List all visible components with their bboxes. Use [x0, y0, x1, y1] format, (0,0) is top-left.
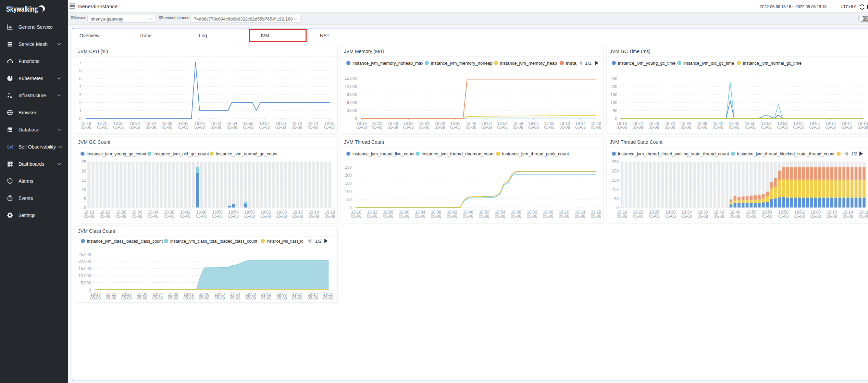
svg-text:05-08: 05-08 — [431, 214, 442, 219]
svg-text:05-08: 05-08 — [137, 296, 147, 301]
svg-text:05-08: 05-08 — [730, 214, 740, 219]
svg-text:05-08: 05-08 — [617, 214, 628, 219]
svg-text:05-08: 05-08 — [859, 214, 868, 219]
svg-text:05-08: 05-08 — [324, 125, 335, 130]
svg-text:0: 0 — [84, 205, 86, 210]
svg-text:1/2: 1/2 — [851, 151, 857, 156]
svg-text:3: 3 — [79, 92, 82, 97]
svg-text:instance_jvm_class_loaded_clas: instance_jvm_class_loaded_class_count — [87, 239, 163, 244]
svg-text:$Service: $Service — [71, 15, 86, 20]
svg-text:0: 0 — [349, 205, 352, 210]
svg-text:05-08: 05-08 — [543, 214, 554, 219]
svg-text:150: 150 — [610, 92, 617, 97]
svg-text:instance_jvm_class_to: instance_jvm_class_to — [267, 239, 303, 244]
svg-text:100: 100 — [345, 189, 352, 194]
svg-text:05-08: 05-08 — [560, 125, 570, 130]
svg-text:instance_jvm_old_gc_time: instance_jvm_old_gc_time — [683, 61, 734, 66]
svg-text:05-08: 05-08 — [559, 214, 569, 219]
svg-text:05-08: 05-08 — [527, 214, 537, 219]
svg-text:05-08: 05-08 — [367, 214, 377, 219]
svg-text:05-08: 05-08 — [681, 125, 691, 130]
svg-text:50: 50 — [614, 196, 619, 201]
svg-text:05-08: 05-08 — [383, 214, 394, 219]
svg-text:05-08: 05-08 — [810, 214, 821, 219]
svg-text:instance_jvm_thread_peak_count: instance_jvm_thread_peak_count — [502, 151, 569, 156]
svg-text:05-08: 05-08 — [244, 214, 255, 219]
svg-text:15,000: 15,000 — [345, 76, 357, 81]
svg-text:05-08: 05-08 — [697, 214, 708, 219]
svg-text:05-08: 05-08 — [713, 125, 723, 130]
svg-text:05-08: 05-08 — [276, 214, 287, 219]
svg-text:5: 5 — [79, 76, 82, 81]
svg-text:25: 25 — [82, 159, 86, 164]
svg-text:05-08: 05-08 — [447, 214, 458, 219]
svg-text:9,000: 9,000 — [347, 92, 357, 97]
svg-text:05-08: 05-08 — [275, 125, 286, 130]
svg-text:0: 0 — [79, 116, 82, 121]
svg-text:05-08: 05-08 — [497, 125, 508, 130]
svg-text:5,000: 5,000 — [81, 281, 91, 285]
svg-text:05-08: 05-08 — [825, 125, 836, 130]
svg-text:150: 150 — [345, 181, 352, 186]
svg-text:05-08: 05-08 — [81, 125, 91, 130]
svg-text:05-08: 05-08 — [665, 214, 676, 219]
svg-text:7: 7 — [79, 60, 82, 65]
svg-text:05-08: 05-08 — [132, 214, 142, 219]
svg-text:05-08: 05-08 — [309, 214, 319, 219]
svg-text:Skywalking: Skywalking — [6, 5, 38, 13]
svg-text:15,000: 15,000 — [78, 266, 91, 271]
svg-text:05-08: 05-08 — [827, 214, 837, 219]
svg-text:05-08: 05-08 — [403, 125, 414, 130]
svg-text:0: 0 — [615, 116, 617, 121]
svg-text:250: 250 — [610, 76, 617, 81]
svg-text:20,000: 20,000 — [78, 259, 91, 264]
svg-text:15: 15 — [82, 178, 86, 183]
svg-text:05-08: 05-08 — [778, 214, 789, 219]
svg-text:05-08: 05-08 — [260, 214, 271, 219]
svg-text:05-08: 05-08 — [211, 125, 221, 130]
svg-text:05-08: 05-08 — [168, 296, 178, 301]
svg-text:05-08: 05-08 — [84, 214, 94, 219]
svg-text:05-08: 05-08 — [665, 125, 675, 130]
svg-text:05-08: 05-08 — [372, 125, 383, 130]
svg-text:2: 2 — [79, 100, 82, 105]
svg-text:05-08: 05-08 — [245, 296, 256, 301]
svg-text:05-08: 05-08 — [434, 125, 445, 130]
svg-text:150: 150 — [612, 178, 619, 183]
svg-text:05-08: 05-08 — [196, 214, 207, 219]
svg-text:05-08: 05-08 — [325, 214, 335, 219]
svg-text:0: 0 — [617, 205, 619, 210]
svg-text:05-08: 05-08 — [152, 296, 163, 301]
svg-text:05-08: 05-08 — [463, 214, 473, 219]
svg-text:05-08: 05-08 — [146, 125, 156, 130]
svg-text:05-08: 05-08 — [356, 125, 367, 130]
svg-text:200: 200 — [612, 169, 619, 174]
svg-text:05-08: 05-08 — [843, 214, 853, 219]
svg-text:Alarms: Alarms — [18, 178, 33, 184]
svg-text:instance_jvm_thread_blocked_st: instance_jvm_thread_blocked_state_thread… — [737, 151, 834, 156]
svg-text:05-08: 05-08 — [697, 125, 707, 130]
svg-text:25,000: 25,000 — [78, 252, 91, 257]
svg-text:100: 100 — [610, 100, 617, 105]
svg-text:$ServiceInstance: $ServiceInstance — [159, 15, 189, 20]
svg-text:instance_jvm_young_gc_time: instance_jvm_young_gc_time — [618, 61, 675, 66]
svg-text:05-08: 05-08 — [495, 214, 506, 219]
svg-text:instance_jvm_normal_gc_count: instance_jvm_normal_gc_count — [216, 151, 277, 156]
svg-text:05-08: 05-08 — [591, 214, 602, 219]
svg-text:instance_jvm_young_gc_count: instance_jvm_young_gc_count — [87, 151, 146, 156]
svg-text:05-08: 05-08 — [649, 214, 660, 219]
svg-text:05-08: 05-08 — [243, 125, 253, 130]
svg-text:JVM GC Count: JVM GC Count — [78, 139, 110, 145]
svg-text:05-08: 05-08 — [228, 214, 239, 219]
svg-text:05-08: 05-08 — [106, 296, 116, 301]
svg-text:05-08: 05-08 — [648, 125, 659, 130]
svg-text:05-08: 05-08 — [415, 214, 425, 219]
svg-text:05-08: 05-08 — [617, 125, 627, 130]
svg-text:instance_jvm_old_gc_count: instance_jvm_old_gc_count — [153, 151, 209, 156]
svg-text:250: 250 — [345, 165, 352, 170]
svg-text:JVM Class Count: JVM Class Count — [78, 228, 115, 234]
svg-text:05-08: 05-08 — [419, 125, 430, 130]
svg-text:Events: Events — [18, 195, 33, 201]
svg-text:05-08: 05-08 — [292, 296, 302, 301]
svg-text:05-08: 05-08 — [399, 214, 409, 219]
